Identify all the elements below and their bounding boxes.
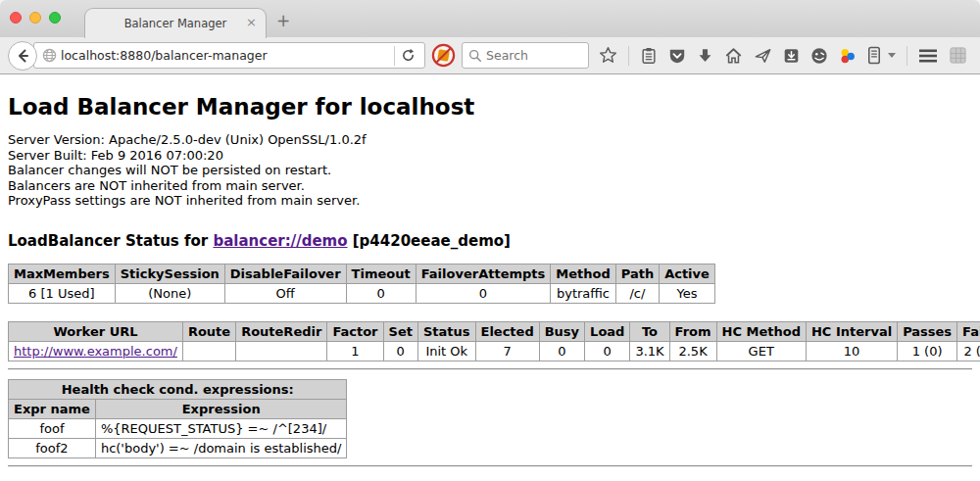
clipboard-icon xyxy=(640,47,658,65)
browser-window: Balancer Manager × + xyxy=(0,0,980,481)
downloads-button[interactable] xyxy=(697,47,713,65)
table-cell: Yes xyxy=(660,283,715,303)
download-box-button[interactable] xyxy=(783,47,800,65)
table-cell: 7 xyxy=(475,341,539,361)
smiley-button[interactable] xyxy=(810,47,828,65)
dropdown-caret-icon[interactable] xyxy=(888,53,896,58)
tab-groups-button[interactable] xyxy=(949,46,967,65)
download-arrow-icon xyxy=(697,47,713,65)
bookmark-star-button[interactable] xyxy=(599,46,617,65)
colored-dots-icon xyxy=(839,47,857,65)
table-cell: 10 xyxy=(806,341,897,361)
close-window-button[interactable] xyxy=(10,12,22,24)
balancer-demo-link[interactable]: balancer://demo xyxy=(213,232,347,250)
column-header: Method xyxy=(551,264,615,283)
server-version-line: Server Version: Apache/2.5.0-dev (Unix) … xyxy=(8,132,972,148)
tab-title: Balancer Manager xyxy=(124,17,227,30)
column-header: Passes xyxy=(898,321,957,341)
send-plane-icon xyxy=(754,47,772,65)
clipboard-button[interactable] xyxy=(640,47,658,65)
table-header-row: Worker URLRouteRouteRedirFactorSetStatus… xyxy=(9,321,980,341)
send-tab-button[interactable] xyxy=(754,47,772,65)
table-cell: 0 xyxy=(585,341,630,361)
table-cell: foof2 xyxy=(9,438,96,457)
page-bottom-divider xyxy=(8,465,972,467)
column-header: RouteRedir xyxy=(236,321,327,341)
table-cell: (None) xyxy=(115,283,224,303)
page-content: Load Balancer Manager for localhost Serv… xyxy=(0,74,980,467)
balancer-settings-table: MaxMembersStickySessionDisableFailoverTi… xyxy=(8,264,715,304)
reload-button[interactable] xyxy=(395,43,420,68)
browser-tab[interactable]: Balancer Manager × xyxy=(84,8,267,38)
worker-url-link[interactable]: http://www.example.com/ xyxy=(14,344,177,359)
plugin-blocked-icon xyxy=(431,43,456,68)
colored-dots-button[interactable] xyxy=(839,47,857,65)
column-header: Factor xyxy=(327,321,383,341)
column-header: Timeout xyxy=(346,264,416,283)
column-header: Expr name xyxy=(9,399,96,418)
table-cell: http://www.example.com/ xyxy=(9,341,183,361)
table-cell xyxy=(182,341,235,361)
table-cell: 1 xyxy=(327,341,383,361)
table-cell: bytraffic xyxy=(551,283,615,303)
table-row: 6 [1 Used](None)Off00bytraffic/c/Yes xyxy=(9,283,715,303)
table-header-row: MaxMembersStickySessionDisableFailoverTi… xyxy=(9,264,715,283)
column-header: HC Interval xyxy=(806,321,897,341)
container-button[interactable] xyxy=(867,46,881,65)
column-header: Path xyxy=(615,264,659,283)
balancers-note-line: Balancers are NOT inherited from main se… xyxy=(8,178,972,194)
health-check-table: Health check cond. expressions:Expr name… xyxy=(8,379,347,458)
column-header: To xyxy=(630,321,669,341)
url-bar[interactable] xyxy=(33,42,425,69)
search-input[interactable] xyxy=(482,48,570,63)
table-cell: 0 xyxy=(383,341,417,361)
url-input[interactable] xyxy=(57,48,394,63)
pocket-icon xyxy=(668,47,686,65)
smiley-icon xyxy=(810,47,828,65)
column-header: Expression xyxy=(95,399,347,418)
search-bar[interactable] xyxy=(462,42,589,69)
status-heading-prefix: LoadBalancer Status for xyxy=(8,232,213,250)
persist-note-line: Balancer changes will NOT be persisted o… xyxy=(8,163,972,178)
table-cell: hc('body') =~ /domain is established/ xyxy=(95,438,347,457)
plugin-blocked-button[interactable] xyxy=(431,43,456,68)
column-header: HC Method xyxy=(716,321,806,341)
new-tab-button[interactable]: + xyxy=(276,13,290,29)
column-header: StickySession xyxy=(115,264,224,283)
table-cell: %{REQUEST_STATUS} =~ /^[234]/ xyxy=(95,418,347,438)
toolbar-buttons xyxy=(599,46,967,66)
table-cell: /c/ xyxy=(615,283,659,303)
back-icon xyxy=(15,48,30,64)
toolbar-separator xyxy=(628,46,629,66)
column-header: Status xyxy=(417,321,475,341)
table-cell: 2 (0) xyxy=(957,341,980,361)
column-header: Worker URL xyxy=(9,321,183,341)
back-button[interactable] xyxy=(8,41,37,71)
column-header: MaxMembers xyxy=(9,264,116,283)
table-row: foof%{REQUEST_STATUS} =~ /^[234]/ xyxy=(9,418,347,438)
menu-icon xyxy=(918,48,938,64)
column-header: Elected xyxy=(475,321,539,341)
pocket-button[interactable] xyxy=(668,47,686,65)
column-header: Route xyxy=(182,321,235,341)
table-cell: 6 [1 Used] xyxy=(9,283,116,303)
table-row: http://www.example.com/10Init Ok7003.1K2… xyxy=(9,341,980,361)
column-header: Load xyxy=(585,321,630,341)
reload-icon xyxy=(401,48,416,63)
table-cell: 3.1K xyxy=(630,341,669,361)
table-cell: Off xyxy=(224,283,346,303)
column-header: Fails xyxy=(957,321,980,341)
zoom-window-button[interactable] xyxy=(49,12,61,24)
title-bar: Balancer Manager × + xyxy=(0,0,980,37)
minimize-window-button[interactable] xyxy=(29,12,41,24)
home-button[interactable] xyxy=(724,47,743,65)
table-header-row: Expr nameExpression xyxy=(9,399,347,418)
worker-status-table: Worker URLRouteRouteRedirFactorSetStatus… xyxy=(8,321,980,361)
grid-icon xyxy=(949,46,967,65)
tab-close-icon[interactable]: × xyxy=(246,16,257,29)
download-box-icon xyxy=(783,47,800,65)
menu-button[interactable] xyxy=(918,48,938,64)
navigation-toolbar xyxy=(0,37,980,74)
column-header: Set xyxy=(383,321,417,341)
column-header: Busy xyxy=(539,321,584,341)
